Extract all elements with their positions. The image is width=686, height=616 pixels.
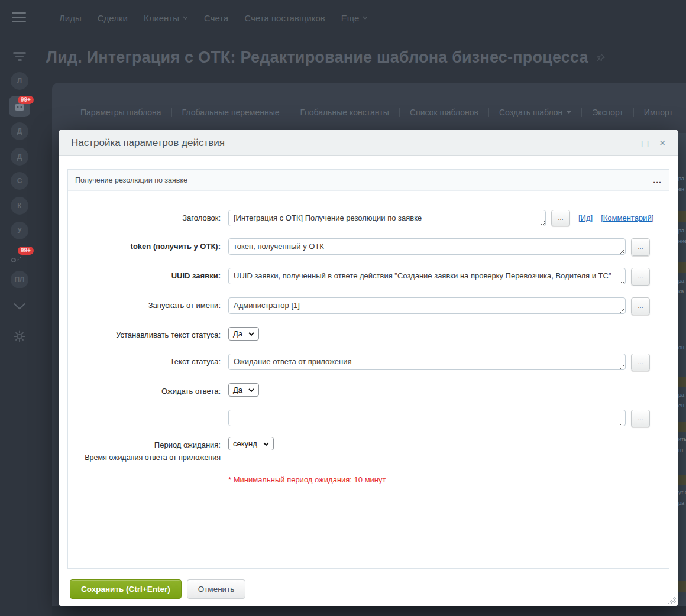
tab-global-constants[interactable]: Глобальные константы — [290, 108, 399, 117]
minimum-period-note: * Минимальный период ожидания: 10 минут — [228, 475, 669, 484]
field-label: Заголовок: — [68, 210, 221, 223]
value-picker-button[interactable]: ... — [631, 354, 650, 371]
field-label: Период ожидания: Время ожидания ответа о… — [68, 437, 221, 462]
topnav-item-leads[interactable]: Лиды — [59, 13, 82, 23]
sidebar-avatar[interactable]: У — [11, 222, 28, 239]
field-label: Устанавливать текст статуса: — [68, 327, 221, 341]
wait-period-select[interactable]: секунд — [228, 437, 274, 450]
dialog-title: Настройка параметров действия — [71, 137, 225, 149]
field-label: UUID заявки: — [68, 268, 221, 281]
title-input[interactable]: [Интеграция с ОТК] Получение резолюции п… — [228, 210, 546, 226]
form-row-uuid: UUID заявки: UUID заявки, полученный в о… — [68, 268, 669, 286]
form-row-token: token (получить у ОТК): токен, полученны… — [68, 238, 669, 256]
settings-gear-icon[interactable] — [13, 330, 26, 345]
topnav-item-deals[interactable]: Сделки — [98, 13, 128, 23]
dialog-footer: Сохранить (Ctrl+Enter) Отменить — [70, 579, 245, 599]
chevron-down-icon — [567, 111, 571, 114]
sidebar-avatar[interactable]: Д — [11, 122, 28, 140]
value-picker-button[interactable]: ... — [631, 238, 650, 256]
template-editor-tabs: Параметры шаблона Глобальные переменные … — [52, 102, 686, 122]
topnav-item-clients[interactable]: Клиенты — [144, 13, 188, 23]
value-picker-button[interactable]: ... — [551, 210, 570, 226]
form-row-wait-reply: Ожидать ответа: Да — [68, 383, 669, 397]
form-row-wait-period: Период ожидания: Время ожидания ответа о… — [68, 437, 669, 462]
tab-template-parameters[interactable]: Параметры шаблона — [70, 108, 172, 117]
hamburger-menu-icon[interactable] — [12, 12, 26, 25]
topnav-item-invoices[interactable]: Счета — [204, 13, 228, 23]
chevron-down-icon — [263, 442, 269, 446]
tab-template-list[interactable]: Список шаблонов — [399, 108, 488, 117]
left-sidebar: Л 99+ Д Д С К У 99+ ПЛ — [0, 35, 39, 616]
field-label-empty — [68, 410, 221, 413]
action-form: Заголовок: [Интеграция с ОТК] Получение … — [68, 191, 669, 484]
wait-value-input[interactable] — [228, 410, 626, 426]
pin-icon[interactable] — [596, 53, 605, 63]
status-text-input[interactable]: Ожидание ответа от приложения — [228, 354, 626, 370]
sidebar-avatar[interactable]: Л — [11, 72, 28, 90]
action-panel: Получение резолюции по заявке ... Заголо… — [67, 169, 669, 569]
form-row-wait-value: ... — [68, 410, 669, 427]
chevron-down-icon — [363, 16, 368, 20]
value-picker-button[interactable]: ... — [631, 297, 650, 315]
form-row-title: Заголовок: [Интеграция с ОТК] Получение … — [68, 210, 669, 226]
field-label: Текст статуса: — [68, 354, 221, 367]
action-settings-dialog: Настройка параметров действия □ ✕ Получе… — [59, 130, 678, 606]
wait-reply-select[interactable]: Да — [228, 383, 259, 397]
set-status-select[interactable]: Да — [228, 327, 259, 341]
cancel-button[interactable]: Отменить — [187, 579, 246, 599]
form-row-status-text: Текст статуса: Ожидание ответа от прилож… — [68, 354, 669, 371]
tab-export[interactable]: Экспорт — [581, 108, 633, 117]
id-link[interactable]: [Ид] — [578, 210, 593, 222]
sidebar-avatar[interactable]: ПЛ — [11, 271, 28, 288]
save-button[interactable]: Сохранить (Ctrl+Enter) — [70, 579, 182, 599]
run-as-input[interactable]: Администратор [1] — [228, 297, 626, 314]
comment-link[interactable]: [Комментарий] — [601, 210, 653, 222]
field-label: Запускать от имени: — [68, 297, 221, 311]
form-row-set-status: Устанавливать текст статуса: Да — [68, 327, 669, 341]
action-name: Получение резолюции по заявке — [75, 176, 187, 184]
dialog-header: Настройка параметров действия □ ✕ — [59, 130, 678, 156]
sidebar-avatar[interactable]: К — [11, 197, 28, 215]
crm-funnel-icon[interactable] — [13, 52, 26, 63]
resize-handle[interactable] — [667, 595, 676, 604]
field-label: token (получить у ОТК): — [68, 238, 221, 252]
action-section-header: Получение резолюции по заявке ... — [68, 170, 669, 191]
form-row-run-as: Запускать от имени: Администратор [1] ..… — [68, 297, 669, 315]
topnav-item-more[interactable]: Еще — [341, 13, 368, 23]
chevron-down-icon — [248, 332, 254, 336]
notification-badge: 99+ — [18, 96, 34, 104]
chevron-down-icon — [183, 16, 188, 20]
background-workflow-sliver: ра ен ра ние ра ка он ра ен ить нт ут с … — [678, 133, 686, 606]
field-sublabel: Время ожидания ответа от приложения — [68, 453, 221, 462]
value-picker-button[interactable]: ... — [631, 268, 650, 286]
uuid-input[interactable]: UUID заявки, полученный в ответе действи… — [228, 268, 626, 284]
notification-badge: 99+ — [18, 247, 34, 255]
value-picker-button[interactable]: ... — [631, 410, 650, 427]
page-title: Лид. Интеграция с ОТК: Редактирование ша… — [46, 48, 651, 67]
sidebar-avatar[interactable]: С — [11, 172, 28, 190]
more-options-icon[interactable]: ... — [653, 177, 662, 183]
token-input[interactable]: токен, полученный у ОТК — [228, 238, 626, 255]
field-label: Ожидать ответа: — [68, 383, 221, 397]
chevron-down-icon — [248, 388, 254, 392]
tab-global-variables[interactable]: Глобальные переменные — [172, 108, 290, 117]
maximize-icon[interactable]: □ — [641, 139, 649, 147]
background-strip — [52, 606, 686, 616]
close-icon[interactable]: ✕ — [659, 139, 666, 147]
sidebar-collapse-chevron-icon[interactable] — [13, 301, 26, 312]
topnav-item-vendor-invoices[interactable]: Счета поставщиков — [244, 13, 325, 23]
top-navigation: Лиды Сделки Клиенты Счета Счета поставщи… — [52, 0, 686, 35]
tab-import[interactable]: Импорт — [633, 108, 684, 117]
tab-create-template[interactable]: Создать шаблон — [488, 108, 581, 117]
sidebar-avatar[interactable]: Д — [11, 148, 28, 166]
